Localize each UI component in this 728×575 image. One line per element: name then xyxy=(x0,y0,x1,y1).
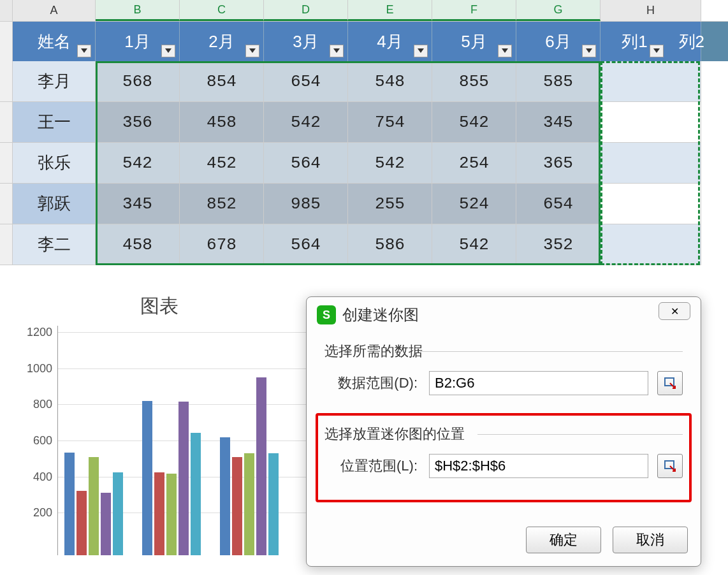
col-B[interactable]: B xyxy=(96,0,180,21)
cell-name[interactable]: 张乐 xyxy=(13,143,96,184)
header-m4[interactable]: 4月 xyxy=(348,22,432,61)
cell-value[interactable]: 255 xyxy=(348,184,432,224)
cell-value[interactable]: 585 xyxy=(516,61,601,102)
header-m2-label: 2月 xyxy=(208,31,234,53)
cell-name[interactable]: 王一 xyxy=(13,102,96,143)
cell-value[interactable]: 345 xyxy=(516,102,601,143)
cell-value[interactable]: 564 xyxy=(264,224,348,265)
create-sparkline-dialog: S 创建迷你图 ✕ 选择所需的数据 数据范围(D): 选择放置迷你图的位置 位置… xyxy=(306,296,701,567)
cell-value[interactable]: 564 xyxy=(264,143,348,184)
cell-value[interactable]: 542 xyxy=(264,102,348,143)
header-m2[interactable]: 2月 xyxy=(180,22,264,61)
col-G[interactable]: G xyxy=(516,0,601,21)
col-A[interactable]: A xyxy=(13,0,96,21)
filter-button[interactable] xyxy=(161,45,175,57)
bar-group xyxy=(220,377,279,555)
cell-value[interactable]: 985 xyxy=(264,184,348,224)
filter-button[interactable] xyxy=(498,45,512,57)
col-D[interactable]: D xyxy=(264,0,348,21)
cell-sparkline-target[interactable] xyxy=(601,184,701,224)
location-range-picker-button[interactable] xyxy=(657,454,683,478)
filter-button[interactable] xyxy=(582,45,596,57)
svg-rect-0 xyxy=(665,378,674,386)
bar xyxy=(256,377,266,555)
cell-sparkline-target[interactable] xyxy=(601,224,701,265)
col-F[interactable]: F xyxy=(432,0,516,21)
bar xyxy=(101,493,111,555)
table-row: 李月568854654548855585 xyxy=(0,61,728,102)
cell-value[interactable]: 542 xyxy=(432,102,516,143)
cell-value[interactable]: 345 xyxy=(96,184,180,224)
cell-value[interactable]: 458 xyxy=(96,224,180,265)
filter-button[interactable] xyxy=(414,45,428,57)
ok-button[interactable]: 确定 xyxy=(526,527,601,553)
bar xyxy=(154,472,164,555)
cell-value[interactable]: 654 xyxy=(264,61,348,102)
bar xyxy=(89,457,99,555)
bar xyxy=(232,457,242,555)
filter-button[interactable] xyxy=(77,45,91,57)
cell-value[interactable]: 356 xyxy=(96,102,180,143)
cell-value[interactable]: 452 xyxy=(180,143,264,184)
dialog-title: 创建迷你图 xyxy=(342,305,419,325)
bar xyxy=(142,401,152,555)
cell-value[interactable]: 548 xyxy=(348,61,432,102)
bar xyxy=(166,474,177,555)
header-m5-label: 5月 xyxy=(461,31,486,53)
col-H[interactable]: H xyxy=(601,0,701,21)
bar-group xyxy=(64,453,123,555)
cell-value[interactable]: 458 xyxy=(180,102,264,143)
cell-sparkline-target[interactable] xyxy=(601,143,701,184)
cancel-button[interactable]: 取消 xyxy=(613,527,688,553)
cell-sparkline-target[interactable] xyxy=(601,61,701,102)
cell-name[interactable]: 郭跃 xyxy=(13,184,96,224)
header-m3[interactable]: 3月 xyxy=(264,22,348,61)
cell-value[interactable]: 678 xyxy=(180,224,264,265)
header-m1-label: 1月 xyxy=(124,31,150,53)
y-tick-label: 1000 xyxy=(27,361,52,375)
header-m5[interactable]: 5月 xyxy=(432,22,516,61)
header-name[interactable]: 姓名 xyxy=(13,22,96,61)
header-m6[interactable]: 6月 xyxy=(516,22,601,61)
cell-name[interactable]: 李二 xyxy=(13,224,96,265)
cell-name[interactable]: 李月 xyxy=(13,61,96,102)
cell-value[interactable]: 542 xyxy=(432,224,516,265)
cell-value[interactable]: 365 xyxy=(516,143,601,184)
bar xyxy=(113,472,123,555)
header-m3-label: 3月 xyxy=(293,31,318,53)
cell-value[interactable]: 542 xyxy=(96,143,180,184)
col-E[interactable]: E xyxy=(348,0,432,21)
filter-button[interactable] xyxy=(650,45,664,57)
location-range-input[interactable] xyxy=(429,454,648,478)
location-highlight: 选择放置迷你图的位置 位置范围(L): xyxy=(316,413,692,502)
cell-value[interactable]: 254 xyxy=(432,143,516,184)
section-data-label: 选择所需的数据 xyxy=(324,342,683,361)
filter-button[interactable] xyxy=(330,45,344,57)
header-name-label: 姓名 xyxy=(38,31,71,53)
data-range-picker-button[interactable] xyxy=(657,371,683,395)
y-tick-label: 800 xyxy=(33,398,52,411)
chart[interactable]: 图表 20040060080010001200 xyxy=(13,280,306,561)
cell-value[interactable]: 568 xyxy=(96,61,180,102)
header-m1[interactable]: 1月 xyxy=(96,22,180,61)
filter-button[interactable] xyxy=(245,45,259,57)
bar xyxy=(76,491,87,555)
cell-value[interactable]: 542 xyxy=(348,143,432,184)
cell-value[interactable]: 352 xyxy=(516,224,601,265)
cell-value[interactable]: 654 xyxy=(516,184,601,224)
cell-value[interactable]: 852 xyxy=(180,184,264,224)
cell-value[interactable]: 855 xyxy=(432,61,516,102)
cell-value[interactable]: 854 xyxy=(180,61,264,102)
cell-value[interactable]: 754 xyxy=(348,102,432,143)
close-button[interactable]: ✕ xyxy=(659,302,690,320)
table-row: 李二458678564586542352 xyxy=(0,224,728,265)
cell-value[interactable]: 586 xyxy=(348,224,432,265)
cell-value[interactable]: 524 xyxy=(432,184,516,224)
bar xyxy=(191,433,201,555)
bar xyxy=(64,453,75,555)
col-C[interactable]: C xyxy=(180,0,264,21)
cell-sparkline-target[interactable] xyxy=(601,102,701,143)
header-col2-label: 列2 xyxy=(679,31,704,53)
header-col1[interactable]: 列1 列2 xyxy=(601,22,701,61)
data-range-input[interactable] xyxy=(429,371,648,395)
